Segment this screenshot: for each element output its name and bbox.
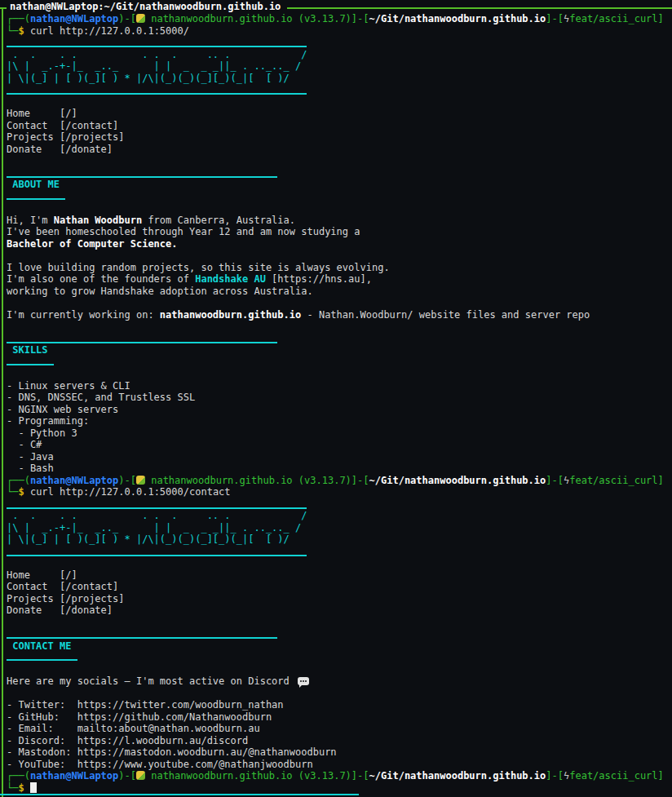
prompt-venv: nathanwoodburn.github.io (v3.13.7) xyxy=(145,13,351,24)
command-line: └─$ curl http://127.0.0.1:5000/contact xyxy=(7,486,664,498)
social-item: - Email: mailto:about@nathan.woodburn.au xyxy=(7,723,664,735)
text-segment: Nathan Woodburn xyxy=(54,215,142,226)
prompt-line: ┌──(nathan@NWLaptop)-[ nathanwoodburn.gi… xyxy=(7,475,664,487)
nav-item: Home [/] xyxy=(7,569,664,582)
section-title: CONTACT ME xyxy=(7,640,664,653)
nav-link-text: Donate [/donate] xyxy=(7,604,113,616)
python-venv-icon xyxy=(136,476,145,485)
skill-text: - DNS, DNSSEC, and Trustless SSL xyxy=(7,392,195,403)
nav-link-text: Donate [/donate] xyxy=(7,144,113,155)
nav-link-text: Contact [/contact] xyxy=(7,120,118,131)
contact-intro-line: Here are my socials — I'm most active on… xyxy=(7,675,664,688)
nav-link-text: Projects [/projects] xyxy=(7,593,125,604)
prompt-decoration: )-[ xyxy=(118,13,136,24)
nav-item: Donate [/donate] xyxy=(7,604,664,617)
text-segment: from Canberra, Australia. xyxy=(142,215,295,226)
skill-text: - Programming: xyxy=(7,415,89,427)
blank-line xyxy=(7,96,664,108)
prompt-git-branch: feat/ascii_curl xyxy=(569,13,657,24)
nav-item: Home [/] xyxy=(7,108,664,120)
social-item: - Twitter: https://twitter.com/woodburn_… xyxy=(7,699,664,711)
skill-text: - Linux servers & CLI xyxy=(7,380,130,392)
social-item: - Mastodon: https://mastodon.woodburn.au… xyxy=(7,746,664,759)
ascii-art-text: |\ | _.-+-|_ _.._ | | _ _ _||_ . .._.._ … xyxy=(7,60,301,72)
prompt-decoration: ] xyxy=(658,475,664,486)
blank-line xyxy=(7,202,664,215)
text-segment: [https://hns.au], xyxy=(266,273,372,285)
blank-line xyxy=(7,688,664,700)
prompt-user-host: nathan@NWLaptop xyxy=(30,13,118,24)
prompt-decoration: ]-[ xyxy=(351,770,369,782)
prompt-decoration: )-[ xyxy=(118,475,136,486)
ascii-banner-line: | \|(_] | [ )(_][ ) * |/\|(_)(_)(_][_)(_… xyxy=(7,73,664,85)
terminal-cursor[interactable] xyxy=(30,782,37,793)
skill-text: - C# xyxy=(7,439,42,450)
ascii-banner-line: |\ | _.-+-|_ _.._ | | _ _ _||_ . .._.._ … xyxy=(7,60,664,73)
banner-top-rule xyxy=(7,498,664,511)
command-text: curl http://127.0.0.1:5000/ xyxy=(24,25,189,37)
section-title-text: CONTACT ME xyxy=(7,640,71,652)
section-top-rule xyxy=(7,333,664,345)
blank-line xyxy=(7,155,664,167)
text-segment: Here are my socials — I'm most active on… xyxy=(7,675,295,687)
blank-line xyxy=(7,664,664,676)
command-text: curl http://127.0.0.1:5000/contact xyxy=(24,486,231,498)
text-segment: - Nathan.Woodburn/ website files and ser… xyxy=(301,309,590,321)
ascii-banner-line: | \|(_] | [ )(_][ ) * |/\|(_)(_)(_][_)(_… xyxy=(7,534,664,546)
section-title-text: SKILLS xyxy=(7,344,48,356)
prompt-decoration: )-[ xyxy=(118,770,136,782)
prompt-decoration: └─ xyxy=(7,782,18,794)
social-item: - GitHub: https://github.com/Nathanwoodb… xyxy=(7,711,664,724)
prompt-decoration: ]-[ xyxy=(351,13,369,24)
ascii-art-text: |\ | _.-+-|_ _.._ | | _ _ _||_ . .._.._ … xyxy=(7,522,301,534)
prompt-decoration: ] xyxy=(658,770,664,782)
skill-item: - Linux servers & CLI xyxy=(7,380,664,392)
ascii-banner-line: . . . . . . . .. . / xyxy=(7,49,664,61)
text-segment: Handshake AU xyxy=(195,273,266,285)
social-link-text: - Email: mailto:about@nathan.woodburn.au xyxy=(7,723,260,734)
nav-link-text: Home [/] xyxy=(7,569,77,581)
horizontal-rule xyxy=(7,364,54,365)
about-text-line: working to grow Handshake adoption acros… xyxy=(7,286,664,298)
blank-line xyxy=(7,321,664,333)
section-top-rule xyxy=(7,628,664,640)
prompt-symbol: $ xyxy=(18,486,24,498)
blank-line xyxy=(7,617,664,629)
blank-line xyxy=(7,297,664,309)
prompt-decoration: └─ xyxy=(7,486,18,498)
ascii-banner-line: |\ | _.-+-|_ _.._ | | _ _ _||_ . .._.._ … xyxy=(7,522,664,534)
skill-item: - C# xyxy=(7,439,664,451)
window-border-left xyxy=(2,7,3,797)
partial-output-line xyxy=(0,794,359,795)
text-segment: Hi, I'm xyxy=(7,215,54,226)
section-title-text: ABOUT ME xyxy=(7,179,60,190)
nav-item: Contact [/contact] xyxy=(7,120,664,132)
about-text-line: I'm also one of the founders of Handshak… xyxy=(7,273,664,286)
horizontal-rule xyxy=(7,176,277,178)
social-link-text: - YouTube: https://www.youtube.com/@nath… xyxy=(7,759,313,770)
banner-bottom-rule xyxy=(7,546,664,558)
prompt-venv: nathanwoodburn.github.io (v3.13.7) xyxy=(145,770,351,782)
about-text-line: I love building random projects, so this… xyxy=(7,262,664,274)
nav-item: Projects [/projects] xyxy=(7,593,664,605)
ascii-art-text: | \|(_] | [ )(_][ ) * |/\|(_)(_)(_][_)(_… xyxy=(7,534,290,545)
prompt-venv: nathanwoodburn.github.io (v3.13.7) xyxy=(145,475,351,486)
nav-item: Donate [/donate] xyxy=(7,144,664,156)
text-segment: I love building random projects, so this… xyxy=(7,262,390,273)
command-line: └─$ curl http://127.0.0.1:5000/ xyxy=(7,25,664,38)
terminal-output: ┌──(nathan@NWLaptop)-[ nathanwoodburn.gi… xyxy=(7,13,664,794)
terminal-window[interactable]: nathan@NWLaptop:~/Git/nathanwoodburn.git… xyxy=(0,0,672,797)
text-segment: nathanwoodburn.github.io xyxy=(160,309,301,321)
about-text-line: Bachelor of Computer Science. xyxy=(7,238,664,250)
prompt-symbol: $ xyxy=(18,782,24,794)
skill-item: - DNS, DNSSEC, and Trustless SSL xyxy=(7,392,664,404)
horizontal-rule xyxy=(7,93,307,95)
prompt-user-host: nathan@NWLaptop xyxy=(30,770,118,782)
prompt-decoration: └─ xyxy=(7,25,18,37)
skill-text: - Java xyxy=(7,451,54,463)
prompt-decoration: ┌──( xyxy=(7,13,30,24)
prompt-decoration: ]-[ xyxy=(546,475,564,486)
ascii-art-text: | \|(_] | [ )(_][ ) * |/\|(_)(_)(_][_)(_… xyxy=(7,73,290,84)
social-link-text: - Twitter: https://twitter.com/woodburn_… xyxy=(7,699,284,711)
about-text-line: Hi, I'm Nathan Woodburn from Canberra, A… xyxy=(7,215,664,227)
